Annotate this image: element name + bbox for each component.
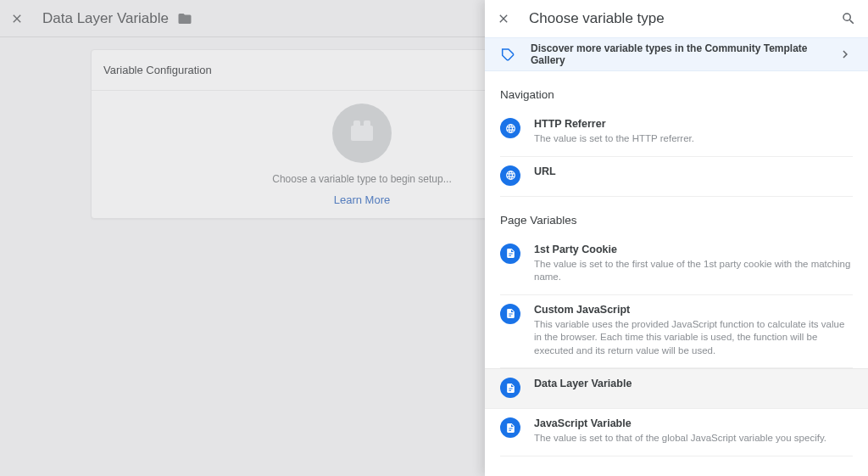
panel-top-bar: Choose variable type xyxy=(485,0,868,37)
doc-icon xyxy=(500,304,520,324)
item-name: HTTP Referrer xyxy=(534,118,853,130)
item-name: 1st Party Cookie xyxy=(534,244,853,255)
variable-type-item[interactable]: URL xyxy=(500,157,853,197)
item-name: JavaScript Variable xyxy=(534,417,853,429)
item-desc: The value is set to the HTTP referrer. xyxy=(534,132,853,146)
item-desc: This variable uses the provided JavaScri… xyxy=(534,318,853,358)
variable-type-item[interactable]: Custom JavaScriptThis variable uses the … xyxy=(500,295,853,369)
globe-icon xyxy=(500,118,520,138)
doc-icon xyxy=(500,244,520,264)
doc-icon xyxy=(500,417,520,438)
variable-type-list: NavigationHTTP ReferrerThe value is set … xyxy=(485,71,868,476)
variable-type-panel: Choose variable type Discover more varia… xyxy=(485,0,868,476)
variable-type-item[interactable]: HTTP ReferrerThe value is set to the HTT… xyxy=(500,109,853,157)
close-icon[interactable] xyxy=(497,12,510,25)
item-name: Data Layer Variable xyxy=(534,378,853,389)
variable-type-item[interactable]: 1st Party CookieThe value is set to the … xyxy=(500,235,853,295)
item-desc: The value is set to that of the global J… xyxy=(534,432,853,445)
community-gallery-banner[interactable]: Discover more variable types in the Comm… xyxy=(485,37,868,71)
chevron-right-icon xyxy=(837,47,853,62)
variable-type-item[interactable]: Data Layer Variable xyxy=(485,368,868,409)
tag-icon xyxy=(500,47,515,62)
variable-type-item[interactable]: JavaScript VariableThe value is set to t… xyxy=(500,409,853,456)
banner-text: Discover more variable types in the Comm… xyxy=(531,42,837,66)
doc-icon xyxy=(500,378,520,398)
panel-title: Choose variable type xyxy=(529,10,841,27)
item-desc: The value is set to the first value of t… xyxy=(534,258,853,284)
section-title: Page Variables xyxy=(500,214,853,227)
section-title: Navigation xyxy=(500,88,853,101)
item-name: Custom JavaScript xyxy=(534,304,853,316)
search-icon[interactable] xyxy=(841,11,856,26)
item-name: URL xyxy=(534,165,853,177)
section-title: Page Elements xyxy=(500,473,853,476)
globe-icon xyxy=(500,165,520,186)
